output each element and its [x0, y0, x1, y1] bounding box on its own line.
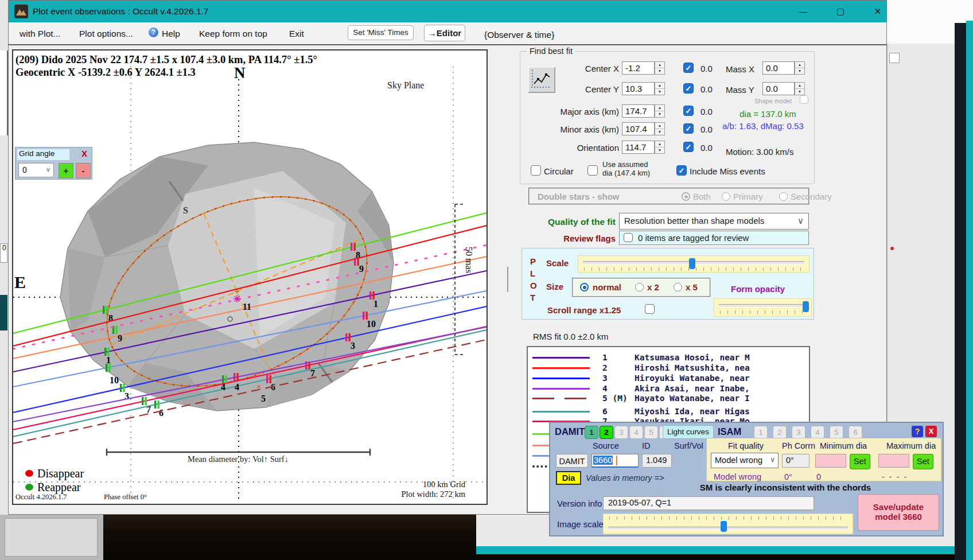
observer-row[interactable]: 5 (M)Hayato Watanabe, near I [528, 394, 809, 404]
damit-model-button-1[interactable]: 1 [585, 426, 598, 439]
mass-x-field[interactable]: 0.0 [762, 61, 795, 75]
image-scale-slider[interactable] [603, 514, 853, 534]
isam-model-button-6[interactable]: 6 [849, 426, 862, 439]
fit-row-stepper[interactable]: ▲▼ [655, 141, 665, 154]
fit-row-label: Center X [543, 64, 619, 73]
light-curves-button[interactable]: Light curves [663, 425, 714, 439]
grid-angle-plus-button[interactable]: + [59, 163, 73, 178]
damit-close-button[interactable]: X [925, 426, 937, 437]
dia-button[interactable]: Dia [556, 471, 581, 485]
maximize-button[interactable]: ▢ [833, 5, 848, 18]
fit-row-stepper[interactable]: ▲▼ [655, 122, 665, 135]
review-flags-box: 0 items are tagged for review [619, 231, 809, 245]
fit-quality-header: Fit quality [728, 441, 764, 450]
damit-model-button-3[interactable]: 3 [614, 426, 628, 439]
fit-row-checkbox[interactable]: ✓ [683, 142, 694, 152]
chord-event-marker [142, 397, 143, 405]
background-fragment: r [963, 25, 966, 35]
fit-row-checkbox[interactable]: ✓ [683, 63, 694, 73]
isam-model-button-5[interactable]: 5 [830, 426, 843, 439]
plot-area[interactable]: S 889911101033776644×5✳11 (209) Dido 202… [12, 49, 488, 505]
fit-row-field[interactable]: -1.2 [622, 61, 655, 75]
grid-angle-select[interactable]: 0∨ [18, 163, 54, 177]
ph-corr-field[interactable]: 0° [782, 454, 809, 468]
surfvol-value: 1.049 [642, 454, 672, 468]
damit-model-button-5[interactable]: 5 [644, 426, 658, 439]
observer-line-sample [532, 411, 590, 413]
observer-row[interactable]: 2Hiroshi Matsushita, nea [528, 363, 809, 374]
min-dia-set-button[interactable]: Set [850, 454, 870, 469]
fit-row-field[interactable]: 114.7 [622, 141, 655, 154]
fit-row-checkbox[interactable]: ✓ [683, 106, 694, 116]
form-opacity-slider[interactable] [714, 298, 812, 317]
size-x5-radio[interactable] [674, 283, 682, 291]
menu-with-plot[interactable]: with Plot... [20, 29, 61, 39]
mass-y-stepper[interactable]: ▲▼ [795, 82, 805, 95]
menu-help[interactable]: Help [162, 29, 180, 39]
size-x2-radio[interactable] [635, 283, 644, 291]
fit-row-stepper[interactable]: ▲▼ [655, 82, 665, 95]
fit-row-stepper[interactable]: ▲▼ [655, 61, 665, 75]
minimize-button[interactable]: — [796, 5, 811, 18]
use-assumed-checkbox[interactable] [587, 165, 598, 176]
isam-model-button-2[interactable]: 2 [773, 426, 787, 439]
shape-model-checkbox[interactable] [800, 95, 808, 104]
menu-plot-options[interactable]: Plot options... [79, 29, 133, 39]
source-button[interactable]: DAMIT [556, 454, 588, 468]
fit-row-field[interactable]: 174.7 [622, 104, 655, 118]
mass-x-stepper[interactable]: ▲▼ [795, 61, 805, 75]
circular-checkbox[interactable] [531, 165, 541, 176]
double-stars-radio-secondary[interactable] [779, 192, 788, 201]
scale-slider[interactable] [578, 255, 809, 273]
max-dia-field[interactable] [878, 454, 909, 468]
damit-model-button-2[interactable]: 2 [600, 426, 613, 439]
menu-exit[interactable]: Exit [289, 29, 304, 39]
save-update-button[interactable]: Save/update model 3660 [858, 494, 939, 531]
chord-event-marker [104, 348, 106, 356]
double-stars-radio-primary[interactable] [722, 192, 730, 201]
observer-row[interactable]: 1Katsumasa Hosoi, near M [528, 353, 809, 363]
title-bar[interactable]: Plot event observations : Occult v.4.202… [9, 1, 886, 22]
surfvol-header: Surf/Vol [674, 441, 703, 450]
grid-angle-close-icon[interactable]: X [81, 149, 87, 158]
observer-row[interactable]: 3Hiroyuki Watanabe, near [528, 374, 809, 384]
menu-keep-form-on-top[interactable]: Keep form on top [199, 29, 267, 39]
menu-bar: with Plot... Plot options... ? Help Keep… [9, 22, 886, 45]
mass-y-field[interactable]: 0.0 [762, 82, 795, 95]
help-icon[interactable]: ? [149, 28, 158, 37]
damit-model-button-4[interactable]: 4 [629, 426, 643, 439]
fit-row-field[interactable]: 10.3 [622, 82, 655, 95]
fit-quality-select[interactable]: Model wrong ∨ [711, 453, 779, 468]
include-miss-checkbox[interactable]: ✓ [676, 165, 687, 176]
values-in-memory-label: Values in memory => [586, 473, 664, 483]
model-id-input[interactable]: 3660 [591, 454, 639, 468]
fit-row-stepper[interactable]: ▲▼ [655, 104, 665, 118]
observer-row[interactable]: 6Miyoshi Ida, near Higas [528, 407, 809, 417]
disappear-dot [25, 470, 33, 477]
isam-model-button-3[interactable]: 3 [792, 426, 805, 439]
fit-row-field[interactable]: 107.4 [622, 122, 655, 135]
version-info-field[interactable]: 2019-05-07, Q=1 [603, 496, 814, 510]
max-dia-set-button[interactable]: Set [913, 454, 933, 469]
close-button[interactable]: ✕ [870, 5, 885, 18]
fit-row-checkbox[interactable]: ✓ [683, 123, 694, 134]
size-normal-radio[interactable] [580, 283, 589, 291]
grid-angle-minus-button[interactable]: - [76, 163, 91, 178]
set-miss-times-button[interactable]: Set 'Miss' Times [348, 25, 414, 40]
footer-version: Occult 4.2026.1.7 [15, 493, 67, 501]
double-stars-radio-both[interactable] [682, 192, 690, 201]
quality-of-fit-select[interactable]: Resolution better than shape models ∨ [619, 213, 809, 230]
review-flags-checkbox[interactable] [624, 233, 633, 242]
observer-row[interactable]: 4Akira Asai, near Inabe, [528, 384, 809, 394]
scroll-range-checkbox[interactable] [645, 304, 655, 314]
isam-model-button-4[interactable]: 4 [811, 426, 824, 439]
damit-help-button[interactable]: ? [912, 426, 923, 437]
chord-number-label: 9 [359, 264, 364, 274]
isam-model-button-1[interactable]: 1 [754, 426, 768, 439]
chord-event-marker [351, 243, 352, 251]
fit-row-checkbox[interactable]: ✓ [683, 83, 694, 94]
min-dia-field[interactable] [815, 454, 846, 468]
chord-event-marker [366, 312, 368, 320]
editor-button[interactable]: →Editor [424, 25, 465, 41]
fit-row-error: 0.0 [700, 143, 713, 153]
